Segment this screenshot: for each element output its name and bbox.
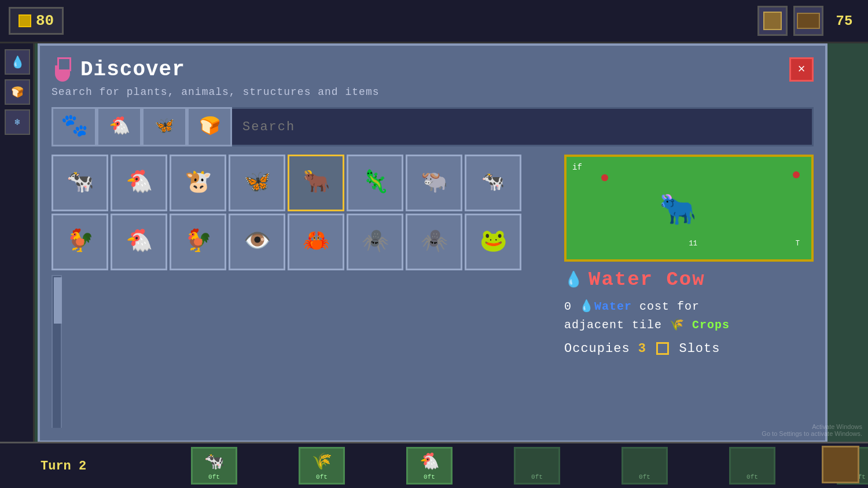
- chest-hud-icon[interactable]: [757, 6, 788, 36]
- content-area: 🐄 🐔 🐮 🦋 🐂: [52, 155, 814, 428]
- occupies-line: Occupies 3 Slots: [564, 342, 814, 356]
- wood-hud-icon[interactable]: [793, 6, 823, 36]
- score-value: 75: [836, 13, 853, 29]
- top-right-icons: 75: [757, 6, 859, 36]
- filter-row: 🐾 🐔 🦋 🍞: [52, 107, 814, 146]
- desc-zero: 0: [564, 300, 579, 313]
- bottom-slot-inner-4: [527, 451, 547, 472]
- filter-btn-food[interactable]: 🍞: [187, 107, 232, 146]
- crab-sprite: 🦀: [303, 231, 330, 253]
- grid-item-dark-bull[interactable]: 🦎: [347, 155, 403, 211]
- bottom-slot-3[interactable]: 🐔 0ft: [406, 447, 453, 485]
- water-cow-sprite: 🐂: [303, 172, 330, 194]
- animal-name-text: Water Cow: [589, 269, 705, 291]
- bull-sprite: 🐮: [185, 172, 212, 194]
- bottom-label-1: 0ft: [208, 474, 220, 480]
- sidebar-icon-3: ❄️: [14, 116, 20, 128]
- water-element-icon: 💧: [564, 270, 583, 289]
- crops-icon: 🌾: [670, 318, 685, 332]
- grid-item-bull[interactable]: 🐮: [170, 155, 226, 211]
- preview-dot-2: [793, 171, 800, 178]
- bottom-slot-inner-6: [742, 451, 763, 472]
- desc-cost-for: cost for: [639, 300, 700, 313]
- sidebar-item-2[interactable]: 🍞: [5, 79, 30, 105]
- grid-item-water-cow[interactable]: 🐂: [288, 155, 344, 211]
- search-input[interactable]: [242, 120, 801, 134]
- windows-activation: Activate Windows Go to Settings to activ…: [762, 423, 862, 437]
- bottom-slot-6[interactable]: 0ft: [729, 447, 775, 485]
- spotted-chicken-sprite: 🐔: [126, 231, 153, 253]
- grid-item-orange-spider[interactable]: 🕷️: [406, 214, 462, 270]
- preview-box: 🐂 if 11 T: [564, 155, 814, 262]
- filter-btn-birds[interactable]: 🐔: [97, 107, 142, 146]
- bottom-slot-5[interactable]: 0ft: [621, 447, 668, 485]
- eye-creature-sprite: 👁️: [244, 231, 271, 253]
- dark-bull-sprite: 🦎: [362, 172, 389, 194]
- dialog-title: Discover: [80, 58, 185, 82]
- scroll-bar[interactable]: [52, 275, 62, 428]
- chicken-sprite: 🐔: [126, 172, 153, 194]
- grid-item-spotted-chicken[interactable]: 🐔: [111, 214, 167, 270]
- wood-icon: [797, 13, 820, 29]
- bottom-slot-inner-1: 🐄: [204, 451, 225, 472]
- fancy-cow-sprite: 🐃: [421, 172, 448, 194]
- preview-dot-1: [601, 174, 608, 181]
- bottom-label-2: 0ft: [316, 474, 328, 480]
- left-sidebar: 💧 🍞 ❄️: [0, 43, 35, 442]
- preview-marker-1: 11: [689, 240, 697, 248]
- bottom-slot-inner-5: [634, 451, 655, 472]
- grid-item-fancy-cow[interactable]: 🐃: [406, 155, 462, 211]
- grid-item-red-chicken[interactable]: 🐓: [170, 214, 226, 270]
- filter-btn-multi[interactable]: 🦋: [142, 107, 187, 146]
- grid-row-1: 🐄 🐔 🐮 🦋 🐂: [52, 155, 555, 211]
- grid-item-toad[interactable]: 🐸: [465, 214, 521, 270]
- food-filter-icon: 🍞: [199, 118, 220, 135]
- dialog-header: Discover: [52, 57, 814, 82]
- grid-item-crab[interactable]: 🦀: [288, 214, 344, 270]
- desc-adjacent: adjacent tile: [564, 318, 670, 332]
- grid-item-white-chicken[interactable]: 🐓: [52, 214, 108, 270]
- score-hud-icon: 75: [829, 6, 859, 36]
- bottom-slot-2[interactable]: 🌾 0ft: [299, 447, 345, 485]
- occupies-number: 3: [638, 342, 646, 356]
- birds-filter-icon: 🐔: [109, 118, 130, 135]
- orange-spider-sprite: 🕷️: [421, 231, 448, 253]
- grid-item-red-spider[interactable]: 🕷️: [347, 214, 403, 270]
- preview-marker-2: T: [796, 240, 800, 248]
- bottom-bar: Turn 2 🐄 0ft 🌾 0ft 🐔 0ft 0ft 0ft: [0, 442, 868, 488]
- detail-description: 0 💧Water cost for adjacent tile 🌾 Crops: [564, 298, 814, 335]
- scrollbar-thumb: [54, 277, 62, 324]
- close-button[interactable]: ×: [789, 57, 814, 82]
- grid-item-cow[interactable]: 🐄: [52, 155, 108, 211]
- slots-label: Slots: [679, 342, 720, 356]
- grid-item-chicken[interactable]: 🐔: [111, 155, 167, 211]
- bottom-slot-4[interactable]: 0ft: [514, 447, 560, 485]
- gold-amount: 80: [36, 12, 54, 30]
- bottom-label-4: 0ft: [531, 474, 543, 480]
- gold-icon: [19, 14, 31, 27]
- bottom-label-5: 0ft: [639, 474, 650, 480]
- grid-rows: 🐄 🐔 🐮 🦋 🐂: [52, 155, 555, 270]
- sidebar-item-1[interactable]: 💧: [5, 49, 30, 75]
- desc-water: 💧Water: [579, 300, 632, 313]
- grid-item-eye-creature[interactable]: 👁️: [229, 214, 285, 270]
- red-chicken-sprite: 🐓: [185, 231, 212, 253]
- bottom-slots: 🐄 0ft 🌾 0ft 🐔 0ft 0ft 0ft 0ft: [133, 447, 868, 485]
- grid-item-blue-bird[interactable]: 🦋: [229, 155, 285, 211]
- bottom-right-icon[interactable]: [822, 446, 859, 483]
- flask-icon: [52, 57, 73, 82]
- slots-icon: [656, 342, 669, 355]
- grid-panel: 🐄 🐔 🐮 🦋 🐂: [52, 155, 555, 428]
- blue-bird-sprite: 🦋: [244, 172, 271, 194]
- preview-water-cow: 🐂: [659, 192, 697, 229]
- search-box: [232, 107, 814, 146]
- bottom-item-1: 🐄: [204, 452, 225, 471]
- cow-sprite: 🐄: [67, 172, 94, 194]
- grid-item-white-bull[interactable]: 🐄: [465, 155, 521, 211]
- sidebar-item-3[interactable]: ❄️: [5, 109, 30, 135]
- sidebar-icon-2: 🍞: [11, 86, 24, 98]
- bottom-slot-inner-3: 🐔: [419, 451, 440, 472]
- animal-name-row: 💧 Water Cow: [564, 269, 814, 291]
- filter-btn-animals[interactable]: 🐾: [52, 107, 97, 146]
- bottom-slot-1[interactable]: 🐄 0ft: [191, 447, 237, 485]
